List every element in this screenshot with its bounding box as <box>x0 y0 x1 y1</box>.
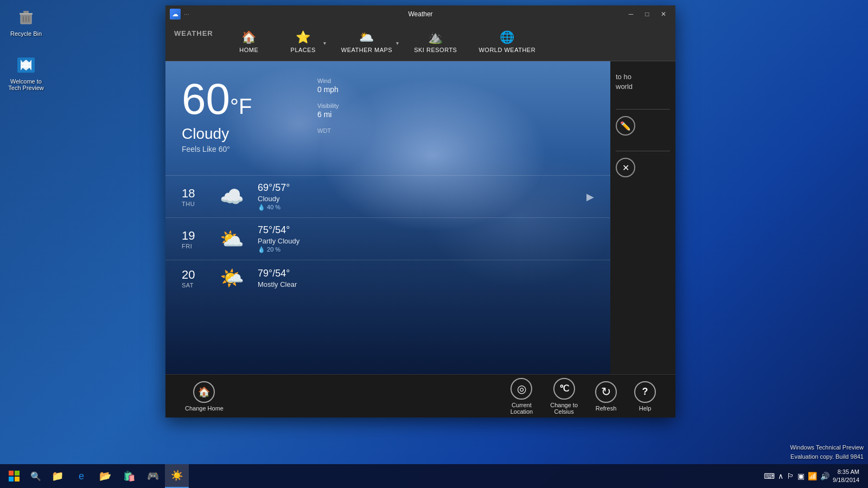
day-num-sat: 20 <box>182 268 214 282</box>
precip-fri: 💧 20 % <box>258 246 594 253</box>
day-num-thu: 18 <box>182 187 214 201</box>
day-name-sat: SAT <box>182 282 214 288</box>
bottom-bar: 🏠 Change Home ◎ CurrentLocation ℃ Change… <box>165 374 675 418</box>
temp-range-thu: 69°/57° <box>258 182 586 194</box>
change-home-label: Change Home <box>185 405 224 412</box>
help-button[interactable]: ? Help <box>626 381 665 412</box>
forecast-temps-fri: 75°/54° Partly Cloudy 💧 20 % <box>258 224 594 253</box>
start-button[interactable] <box>2 464 26 488</box>
condition-fri: Partly Cloudy <box>258 237 594 245</box>
systray: ⌨ ∧ 🏳 ▣ 📶 🔊 8:35 AM 9/18/2014 <box>760 468 866 485</box>
taskbar-folder[interactable]: 📂 <box>93 464 117 488</box>
store-icon: 🛍️ <box>123 470 135 482</box>
tab-places-label: PLACES <box>291 47 316 53</box>
tab-places[interactable]: ⭐ PLACES ▾ <box>276 25 330 61</box>
current-location-label: CurrentLocation <box>510 402 533 415</box>
weather-condition: Cloudy <box>182 125 594 143</box>
svg-rect-2 <box>23 11 29 13</box>
taskbar-ie[interactable]: e <box>69 464 93 488</box>
condition-thu: Cloudy <box>258 195 586 203</box>
weather-panel: 60°F Cloudy Feels Like 60° Wind 0 mph Vi… <box>165 61 610 374</box>
taskbar-weather-app[interactable]: ☀️ <box>165 464 189 488</box>
visibility-label: Visibility <box>317 102 339 109</box>
search-button[interactable]: 🔍 <box>26 466 46 486</box>
tab-weather-maps-label: WEATHER MAPS <box>341 47 392 53</box>
side-action-close[interactable]: ✕ <box>616 158 670 177</box>
desktop-icon-welcome[interactable]: Welcome to Tech Preview <box>4 52 48 93</box>
change-home-button[interactable]: 🏠 Change Home <box>176 381 232 412</box>
current-location-icon: ◎ <box>510 378 532 400</box>
window-controls: ─ □ ✕ <box>623 9 671 20</box>
tab-ski-resorts[interactable]: ⛰️ SKI RESORTS <box>403 25 468 61</box>
win-notice-line1: Windows Technical Preview <box>790 443 864 452</box>
side-divider-1 <box>616 109 670 110</box>
visibility-detail: Visibility 6 mi <box>317 102 339 119</box>
weather-details: Wind 0 mph Visibility 6 mi WDT <box>317 78 339 134</box>
keyboard-icon: ⌨ <box>764 472 775 480</box>
taskbar-store[interactable]: 🛍️ <box>117 464 141 488</box>
maximize-button[interactable]: □ <box>640 9 655 20</box>
change-celsius-button[interactable]: ℃ Change toCelsius <box>541 378 586 415</box>
time-display: 8:35 AM 9/18/2014 <box>833 468 859 485</box>
weather-maps-icon: 🌥️ <box>359 30 374 44</box>
refresh-label: Refresh <box>596 405 617 412</box>
recycle-bin-icon <box>15 7 37 28</box>
win-notice: Windows Technical Preview Evaluation cop… <box>790 443 864 461</box>
taskbar: 🔍 📁 e 📂 🛍️ 🎮 ☀️ ⌨ ∧ 🏳 ▣ 📶 🔊 8: <box>0 464 868 488</box>
world-weather-icon: 🌐 <box>500 30 514 44</box>
forecast-date-fri: 19 FRI <box>182 229 214 249</box>
refresh-button[interactable]: ↻ Refresh <box>586 381 626 412</box>
temp-range-sat: 79°/54° <box>258 268 594 279</box>
recycle-bin-label: Recycle Bin <box>10 30 42 37</box>
forecast-row-fri: 19 FRI ⛅ 75°/54° Partly Cloudy 💧 20 % <box>165 217 610 260</box>
title-bar: ☁ ··· Weather ─ □ ✕ <box>165 5 675 23</box>
forecast-date-sat: 20 SAT <box>182 268 214 288</box>
change-home-icon: 🏠 <box>193 381 215 403</box>
side-text: to howorld <box>616 72 670 92</box>
home-icon: 🏠 <box>241 30 256 44</box>
tab-home-label: HOME <box>239 47 258 53</box>
tab-weather-maps[interactable]: 🌥️ WEATHER MAPS ▾ <box>330 25 403 61</box>
places-icon: ⭐ <box>296 30 310 44</box>
taskbar-games[interactable]: 🎮 <box>141 464 165 488</box>
close-button[interactable]: ✕ <box>656 9 671 20</box>
temperature-value: 60 <box>182 75 230 123</box>
volume-icon: 🔊 <box>820 472 829 480</box>
tab-home[interactable]: 🏠 HOME <box>222 25 276 61</box>
forecast-icon-fri: ⛅ <box>220 228 252 251</box>
temperature-display: 60°F <box>182 78 594 121</box>
games-icon: 🎮 <box>147 470 159 482</box>
svg-rect-15 <box>15 477 20 481</box>
forecast-icon-sat: 🌤️ <box>220 267 252 290</box>
low-fri: 54° <box>275 224 290 235</box>
wind-label: Wind <box>317 78 339 84</box>
flag-icon: 🏳 <box>787 472 794 480</box>
wind-value: 0 mph <box>317 85 339 94</box>
file-explorer-icon: 📁 <box>52 470 63 482</box>
change-celsius-icon: ℃ <box>553 378 575 400</box>
tab-world-weather[interactable]: 🌐 WORLD WEATHER <box>468 25 546 61</box>
folder-icon: 📂 <box>99 470 111 482</box>
weather-source: WDT <box>317 127 339 134</box>
minimize-button[interactable]: ─ <box>623 9 639 20</box>
tab-world-weather-label: WORLD WEATHER <box>478 47 535 53</box>
change-celsius-label: Change toCelsius <box>550 402 578 415</box>
welcome-label: Welcome to Tech Preview <box>8 78 43 91</box>
forecast-date-thu: 18 THU <box>182 187 214 207</box>
play-button-thu[interactable]: ▶ <box>586 191 594 203</box>
low-thu: 57° <box>275 182 290 193</box>
weather-window: ☁ ··· Weather ─ □ ✕ WEATHER 🏠 HOME ⭐ PLA… <box>165 5 675 418</box>
window-title: Weather <box>408 10 432 18</box>
close-side-icon: ✕ <box>616 158 635 177</box>
current-location-button[interactable]: ◎ CurrentLocation <box>502 378 542 415</box>
wind-detail: Wind 0 mph <box>317 78 339 94</box>
desktop-icon-recycle-bin[interactable]: Recycle Bin <box>4 4 48 39</box>
win-notice-line2: Evaluation copy. Build 9841 <box>790 452 864 461</box>
forecast-icon-thu: ☁️ <box>220 185 252 208</box>
side-action-edit[interactable]: ✏️ <box>616 116 670 136</box>
places-dropdown-arrow: ▾ <box>323 40 326 46</box>
feels-like: Feels Like 60° <box>182 145 594 153</box>
taskbar-file-explorer[interactable]: 📁 <box>46 464 69 488</box>
chevron-up-icon[interactable]: ∧ <box>778 472 783 480</box>
edit-icon: ✏️ <box>616 116 635 136</box>
